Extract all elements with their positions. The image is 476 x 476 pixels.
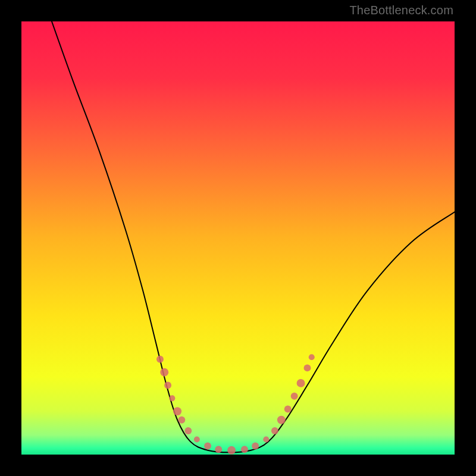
watermark-label: TheBottleneck.com [349,4,453,17]
data-point [263,436,269,442]
data-point [194,436,200,442]
data-point [297,379,305,387]
chart-frame: TheBottleneck.com [0,0,476,476]
data-point [271,427,278,434]
data-point [291,393,298,400]
chart-svg [21,21,455,455]
data-point [241,446,248,453]
data-point [156,356,164,363]
data-point [184,427,192,434]
bottleneck-curve [52,21,455,452]
data-point [277,416,286,424]
data-point [227,446,236,455]
data-point [309,354,315,360]
data-point [304,364,311,371]
data-point [252,442,259,449]
data-point [284,406,292,413]
data-point [204,442,211,449]
data-point [178,416,185,424]
data-point-markers [156,354,315,455]
data-point [215,446,222,453]
data-point [164,382,171,389]
data-point [160,368,168,377]
data-point [173,407,181,415]
plot-area [21,21,455,455]
data-point [169,395,175,401]
